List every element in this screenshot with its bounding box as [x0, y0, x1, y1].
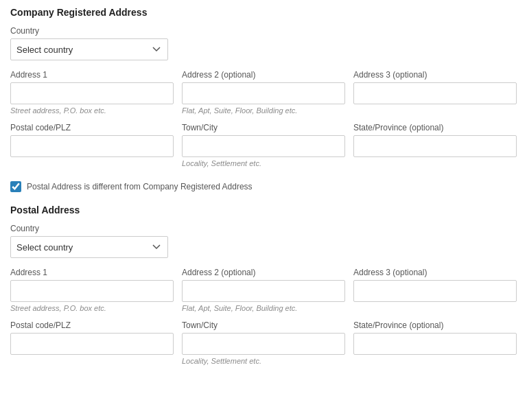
postal-state-group: State/Province (optional) [353, 320, 517, 365]
company-postal-group: Postal code/PLZ [10, 123, 174, 167]
company-address3-label: Address 3 (optional) [353, 70, 517, 80]
company-address-row2: Postal code/PLZ Town/City Locality, Sett… [10, 123, 517, 167]
postal-country-group: Country Select country [10, 224, 168, 258]
postal-address1-input[interactable] [10, 280, 174, 302]
postal-different-label[interactable]: Postal Address is different from Company… [27, 182, 253, 191]
postal-address2-group: Address 2 (optional) Flat, Apt, Suite, F… [182, 268, 345, 312]
company-address2-input[interactable] [182, 82, 345, 104]
postal-town-hint: Locality, Settlement etc. [182, 357, 345, 365]
company-state-input[interactable] [353, 135, 517, 157]
postal-postal-group: Postal code/PLZ [10, 320, 174, 365]
company-state-group: State/Province (optional) [353, 123, 517, 167]
company-country-group: Country Select country [10, 26, 168, 60]
company-address1-group: Address 1 Street address, P.O. box etc. [10, 70, 174, 115]
postal-address1-hint: Street address, P.O. box etc. [10, 304, 174, 312]
company-country-select[interactable]: Select country [10, 38, 168, 60]
postal-country-select[interactable]: Select country [10, 236, 168, 258]
postal-postal-label: Postal code/PLZ [10, 320, 174, 330]
company-address-row1: Address 1 Street address, P.O. box etc. … [10, 70, 517, 115]
postal-address1-label: Address 1 [10, 268, 174, 277]
company-state-label: State/Province (optional) [353, 123, 517, 132]
postal-country-label: Country [10, 224, 168, 233]
company-town-group: Town/City Locality, Settlement etc. [182, 123, 345, 167]
company-postal-input[interactable] [10, 135, 174, 157]
company-town-input[interactable] [182, 135, 345, 157]
postal-address-section: Postal Address Country Select country Ad… [10, 205, 517, 365]
company-address3-group: Address 3 (optional) [353, 70, 517, 115]
company-address3-input[interactable] [353, 82, 517, 104]
company-registered-address-section: Company Registered Address Country Selec… [10, 7, 517, 167]
postal-town-input[interactable] [182, 333, 345, 355]
company-country-label: Country [10, 26, 168, 36]
postal-state-label: State/Province (optional) [353, 320, 517, 330]
postal-section-title: Postal Address [10, 205, 517, 215]
postal-state-input[interactable] [353, 333, 517, 355]
postal-postal-input[interactable] [10, 333, 174, 355]
postal-address-row1: Address 1 Street address, P.O. box etc. … [10, 268, 517, 312]
company-address1-input[interactable] [10, 82, 174, 104]
company-section-title: Company Registered Address [10, 7, 517, 18]
postal-town-label: Town/City [182, 320, 345, 330]
company-address2-label: Address 2 (optional) [182, 70, 345, 80]
postal-address3-group: Address 3 (optional) [353, 268, 517, 312]
company-address1-hint: Street address, P.O. box etc. [10, 106, 174, 115]
postal-different-checkbox[interactable] [10, 181, 21, 192]
company-address1-label: Address 1 [10, 70, 174, 80]
postal-address2-label: Address 2 (optional) [182, 268, 345, 277]
postal-address2-hint: Flat, Apt, Suite, Floor, Building etc. [182, 304, 345, 312]
postal-address2-input[interactable] [182, 280, 345, 302]
company-postal-label: Postal code/PLZ [10, 123, 174, 132]
postal-different-checkbox-row: Postal Address is different from Company… [10, 181, 517, 192]
company-town-label: Town/City [182, 123, 345, 132]
postal-address3-input[interactable] [353, 280, 517, 302]
company-town-hint: Locality, Settlement etc. [182, 159, 345, 167]
postal-address-row2: Postal code/PLZ Town/City Locality, Sett… [10, 320, 517, 365]
postal-town-group: Town/City Locality, Settlement etc. [182, 320, 345, 365]
company-address2-group: Address 2 (optional) Flat, Apt, Suite, F… [182, 70, 345, 115]
company-address2-hint: Flat, Apt, Suite, Floor, Building etc. [182, 106, 345, 115]
postal-address3-label: Address 3 (optional) [353, 268, 517, 277]
postal-address1-group: Address 1 Street address, P.O. box etc. [10, 268, 174, 312]
